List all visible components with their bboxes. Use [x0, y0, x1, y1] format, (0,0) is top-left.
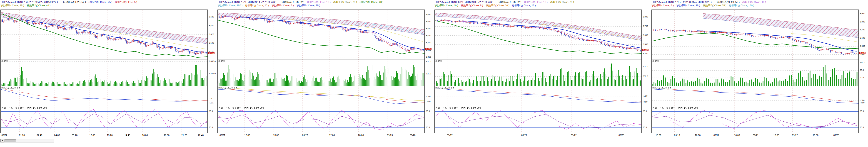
volume-canvas[interactable]	[652, 60, 859, 86]
volume-canvas[interactable]	[1, 60, 208, 86]
chart-panel: 日経225(mini) 11/10( 120分, 2011/09/14 - 20…	[651, 0, 867, 147]
macd-canvas[interactable]	[218, 86, 425, 106]
macd-label: MACD( 12, 26, 9 )	[1, 86, 20, 89]
stoch-axis-tick: 20.0	[860, 126, 864, 128]
legend-item: 日経225(mini) 11/10( 60分, 2011/09/09 - 201…	[434, 1, 493, 3]
volume-canvas[interactable]	[435, 60, 642, 86]
macd-axis-tick: -20.0	[426, 101, 431, 103]
price-chart[interactable]: 8,6508,6008,5508,5008,4508,4008,3508,405	[217, 9, 433, 60]
time-axis-label: 01:20	[19, 134, 25, 137]
scroll-left-button[interactable]: ◀	[0, 139, 4, 143]
scrollbar-thumb[interactable]	[5, 139, 16, 142]
legend-item: 移動平均( Close, 40 )	[434, 4, 458, 7]
stoch-canvas[interactable]	[435, 106, 642, 133]
stoch-label: スロー・ストキャスティクス( 14, 3, 80, 20 )	[435, 106, 481, 110]
price-axis-tick: 8,350	[426, 56, 431, 58]
legend-item: 移動平均( Close, 5 )	[272, 4, 294, 7]
macd-canvas[interactable]	[435, 86, 642, 106]
macd-axis-tick: -10.7	[209, 98, 214, 100]
stoch-canvas[interactable]	[218, 106, 425, 133]
time-axis-label: 14:40	[125, 134, 130, 137]
time-axis-label: 09/21	[521, 134, 527, 137]
price-axis-tick: 8,600	[643, 34, 648, 36]
volume-axis-tick: 95.0	[860, 69, 864, 71]
price-axis-tick: 8,650	[426, 13, 431, 16]
macd-chart[interactable]: MACD( 12, 26, 9 ) -10.0-20.0	[217, 86, 433, 106]
time-axis-label: 02:40	[37, 134, 42, 137]
time-axis-label: 09/21	[219, 134, 225, 137]
stoch-axis-tick: 80.0	[643, 110, 647, 112]
legend-item: 移動平均( Close, 5 )	[651, 4, 674, 7]
legend-item: 日経225(mini) 11/10( 1分, 2011/09/22 - 2011…	[0, 1, 58, 3]
time-axis-label: 20:00	[273, 134, 279, 137]
legend-item: 移動平均( Close, 25 )	[677, 4, 700, 7]
stoch-chart[interactable]: スロー・ストキャスティクス( 14, 3, 80, 20 ) 80.020.0	[217, 106, 433, 133]
scrollbar-track[interactable]	[4, 139, 54, 143]
price-axis-tick: 8,590	[209, 42, 214, 44]
macd-canvas[interactable]	[652, 86, 859, 106]
stoch-chart[interactable]: スロー・ストキャスティクス( 14, 3, 80, 20 ) 80.020.0	[0, 106, 216, 133]
price-axis-tick: 8,620	[209, 33, 214, 35]
stoch-axis-tick: 80.0	[209, 110, 213, 112]
volume-label: 出来高	[435, 60, 442, 63]
macd-canvas[interactable]	[1, 86, 208, 106]
scrollbar[interactable]: ◀	[0, 139, 208, 143]
stoch-label: スロー・ストキャスティクス( 14, 3, 80, 20 )	[652, 106, 698, 110]
stoch-axis: 80.020.0	[859, 106, 867, 133]
macd-axis-tick: -16.1	[209, 102, 214, 104]
panel-header: 日経225(mini) 11/10( 120分, 2011/09/14 - 20…	[651, 0, 867, 9]
volume-chart[interactable]: 出来高 600.0300.0	[434, 59, 650, 86]
stoch-chart[interactable]: スロー・ストキャスティクス( 14, 3, 80, 20 ) 80.020.0	[434, 106, 650, 133]
legend-item: 移動平均( Close, 10 )	[524, 1, 548, 3]
time-axis-label: 16:00	[655, 134, 661, 137]
stoch-axis: 80.020.0	[208, 106, 216, 133]
price-axis: 8,9008,8008,7008,6008,5008,4008,410	[859, 9, 867, 60]
time-axis-label: 09/23	[833, 134, 839, 137]
time-axis-label: 16:00	[734, 134, 740, 137]
price-axis-tick: 8,900	[860, 12, 865, 15]
stoch-axis-tick: 20.0	[643, 126, 647, 128]
macd-label: MACD( 12, 26, 9 )	[652, 86, 671, 89]
volume-chart[interactable]: 出来高 2,850.01,425.0	[0, 59, 216, 86]
stoch-canvas[interactable]	[1, 106, 208, 133]
macd-chart[interactable]: MACD( 12, 26, 9 ) -10.7-16.1	[0, 86, 216, 106]
volume-chart[interactable]: 出来高 140.095.050.0	[651, 59, 867, 86]
legend-item: 移動平均( Close, 20 )	[245, 4, 269, 7]
time-axis-label: 09/22	[302, 134, 308, 137]
stoch-canvas[interactable]	[652, 106, 859, 133]
time-axis-label: 12:00	[329, 134, 335, 137]
price-canvas[interactable]	[218, 10, 425, 59]
time-axis-label: 16:00	[142, 134, 148, 137]
price-canvas[interactable]	[652, 10, 859, 59]
price-axis-tick: 8,400	[643, 52, 648, 55]
price-chart[interactable]: 8,6808,6508,6208,5908,5608,555	[0, 9, 216, 60]
volume-axis-tick: 1,425.0	[209, 72, 216, 75]
legend-item: 移動平均( Close, 75 )	[0, 4, 24, 7]
panel-header-line1: 日経225(mini) 11/10( 120分, 2011/09/14 - 20…	[651, 0, 867, 4]
time-axis-label: 09/17	[447, 134, 453, 137]
price-canvas[interactable]	[1, 10, 208, 59]
legend-item: 移動平均( Close, 40 )	[27, 4, 51, 7]
time-axis-label: 09/21	[753, 134, 758, 137]
volume-chart[interactable]: 出来高 400.0200.0	[217, 59, 433, 86]
volume-canvas[interactable]	[218, 60, 425, 86]
time-axis-label: 09/17	[713, 134, 719, 137]
price-chart[interactable]: 8,8008,7008,6008,5008,4008,435	[434, 9, 650, 60]
price-axis-tick: 8,500	[426, 35, 431, 37]
stoch-chart[interactable]: スロー・ストキャスティクス( 14, 3, 80, 20 ) 80.020.0	[651, 106, 867, 133]
stoch-axis: 80.020.0	[425, 106, 433, 133]
volume-axis-tick: 50.0	[860, 76, 864, 78]
price-axis-tick: 8,600	[860, 37, 865, 39]
macd-chart[interactable]: MACD( 12, 26, 9 ) -25.0-30.0	[651, 86, 867, 106]
time-axis-label: 12:00	[244, 134, 250, 137]
time-axis-label: 09/23	[619, 134, 624, 137]
time-axis: 09/2201:2002:4004:0005:2012:0013:2014:40…	[0, 133, 208, 138]
volume-axis-tick: 400.0	[426, 61, 431, 63]
time-axis-label: 12:00	[89, 134, 95, 137]
macd-chart[interactable]: MACD( 12, 26, 9 ) -15.0-30.0	[434, 86, 650, 106]
price-axis-tick: 8,800	[860, 21, 865, 23]
panel-header-line2: 移動平均( Close, 5 )移動平均( Close, 25 )移動平均( C…	[651, 4, 867, 7]
volume-axis-tick: 2,850.0	[209, 60, 216, 62]
price-canvas[interactable]	[435, 10, 642, 59]
price-chart[interactable]: 8,9008,8008,7008,6008,5008,4008,410	[651, 9, 867, 60]
